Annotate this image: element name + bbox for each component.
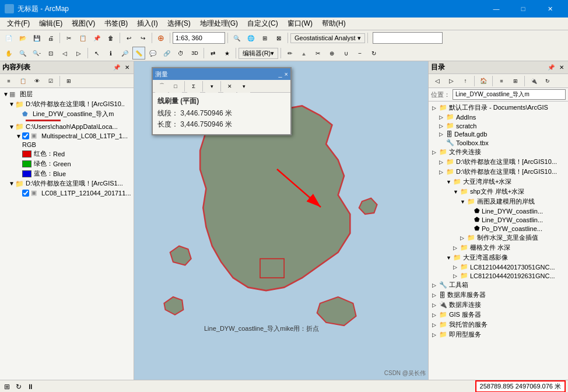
- catalog-tree-item[interactable]: ▷📁D:\软件都放在这里哦！[ArcGIS10...: [430, 167, 567, 177]
- menu-insert[interactable]: 插入(I): [132, 18, 162, 30]
- full-extent-button[interactable]: ⊡: [44, 47, 57, 60]
- layer1-toggle[interactable]: ▼: [8, 101, 15, 107]
- catalog-tree-item[interactable]: ▷📁我托管的服务: [430, 320, 567, 330]
- measure-minimize-button[interactable]: _: [278, 71, 282, 78]
- cat-list-button[interactable]: ≡: [495, 75, 508, 88]
- layer1-name-item[interactable]: Line_DYW_coastline_导入m: [1, 109, 132, 119]
- cat-forward-button[interactable]: ▷: [445, 75, 458, 88]
- print-button[interactable]: 🖨: [44, 32, 57, 44]
- cut-button[interactable]: ✂: [62, 32, 75, 44]
- tree-toggle[interactable]: ▷: [439, 114, 446, 120]
- tree-toggle[interactable]: ▼: [446, 255, 453, 261]
- list-by-selection-button[interactable]: ☑: [44, 75, 57, 88]
- zoom-button[interactable]: 🔍: [230, 32, 243, 44]
- swipe-button[interactable]: ⇄: [206, 47, 219, 60]
- catalog-tree-item[interactable]: ▷🔌数据库连接: [430, 300, 567, 310]
- cat-refresh-button[interactable]: ↻: [541, 75, 554, 88]
- catalog-tree-item[interactable]: ▷📁文件夹连接: [430, 147, 567, 157]
- tree-toggle[interactable]: ▼: [446, 179, 453, 185]
- rotate-tool[interactable]: ↻: [367, 47, 380, 60]
- select-features-button[interactable]: ↖: [90, 47, 103, 60]
- editor-dropdown[interactable]: 编辑器(R)▾: [239, 48, 278, 59]
- catalog-tree-item[interactable]: ▷📁LC8121044420173051GNC...: [430, 262, 567, 271]
- pin-button[interactable]: 📌: [111, 64, 122, 71]
- sketch-tool[interactable]: ✏: [283, 47, 296, 60]
- tree-toggle[interactable]: ▷: [453, 264, 460, 270]
- measure-close-button[interactable]: ×: [285, 71, 288, 78]
- cat-home-button[interactable]: 🏠: [477, 75, 490, 88]
- layer3-name-item[interactable]: LC08_L1TP_121044_201711...: [1, 188, 132, 198]
- catalog-tree-item[interactable]: ⬟Line_DYW_coastlin...: [430, 206, 567, 215]
- tree-toggle[interactable]: ▷: [432, 149, 439, 155]
- layer3-group[interactable]: ▼ D:\软件都放在这里哦！[ArcGIS1...: [1, 178, 132, 188]
- reshape-tool[interactable]: ⟁: [297, 47, 310, 60]
- map-tips-button[interactable]: 💬: [146, 47, 159, 60]
- tree-toggle[interactable]: ▷: [432, 105, 439, 111]
- merge-tool[interactable]: ⊕: [325, 47, 338, 60]
- tree-toggle[interactable]: ▷: [439, 169, 446, 175]
- layer2-check-toggle[interactable]: ▼: [15, 133, 22, 139]
- layer3-checkbox[interactable]: [22, 190, 29, 197]
- menu-view[interactable]: 视图(V): [67, 18, 100, 30]
- world-button[interactable]: 🌐: [244, 32, 257, 44]
- bookmarks-button[interactable]: ★: [220, 47, 233, 60]
- add-data-button[interactable]: ⊕: [155, 32, 167, 44]
- tree-toggle[interactable]: ▷: [432, 302, 439, 308]
- close-button[interactable]: ✕: [537, 0, 563, 18]
- measure-units-button[interactable]: ▾: [205, 80, 218, 93]
- new-button[interactable]: 📄: [2, 32, 15, 44]
- tree-toggle[interactable]: ▷: [460, 235, 467, 241]
- cut-poly-tool[interactable]: ✂: [311, 47, 324, 60]
- tree-toggle[interactable]: ▷: [439, 123, 446, 129]
- zoom-out-button[interactable]: 🔍-: [30, 47, 43, 60]
- tree-toggle[interactable]: ▷: [432, 292, 439, 298]
- list-by-source-button[interactable]: 📋: [16, 75, 29, 88]
- catalog-tree-item[interactable]: ▷📁GIS 服务器: [430, 310, 567, 320]
- status-refresh-icon[interactable]: ↻: [14, 382, 23, 391]
- catalog-tree-item[interactable]: ▼📁大亚湾岸线+水深: [430, 177, 567, 187]
- measure-close-x-button[interactable]: ✕: [223, 80, 236, 93]
- layer2-group[interactable]: ▼ C:\Users\chaoh\AppData\Loca...: [1, 122, 132, 131]
- undo-button[interactable]: ↩: [122, 32, 135, 44]
- tree-toggle[interactable]: ▼: [460, 199, 467, 205]
- tree-toggle[interactable]: ▷: [432, 282, 439, 288]
- catalog-tree-item[interactable]: 🔧Toolbox.tbx: [430, 138, 567, 147]
- list-by-drawing-button[interactable]: ≡: [2, 75, 15, 88]
- right-panel-controls[interactable]: 📌 ✕: [546, 64, 566, 71]
- tree-toggle[interactable]: ▷: [432, 332, 439, 338]
- catalog-tree-item[interactable]: ⬟Line_DYW_coastlin...: [430, 215, 567, 224]
- list-by-visibility-button[interactable]: 👁: [30, 75, 43, 88]
- minimize-button[interactable]: —: [483, 0, 510, 18]
- catalog-tree-item[interactable]: ▼📁画图及建模用的岸线: [430, 197, 567, 206]
- location-value[interactable]: Line_DYW_coastline_导入m: [453, 89, 566, 100]
- search-input[interactable]: [373, 32, 443, 44]
- save-button[interactable]: 💾: [30, 32, 43, 44]
- catalog-tree-item[interactable]: ▷🗄数据库服务器: [430, 290, 567, 300]
- status-grid-icon[interactable]: ⊞: [2, 382, 12, 391]
- layer2-toggle[interactable]: ▼: [8, 124, 15, 130]
- find-button[interactable]: 🔎: [118, 47, 131, 60]
- forward-button[interactable]: ▷: [72, 47, 85, 60]
- union-tool[interactable]: ∪: [339, 47, 352, 60]
- catalog-tree-item[interactable]: ▷📁AddIns: [430, 113, 567, 121]
- panel-controls[interactable]: 📌 ✕: [111, 64, 131, 71]
- maximize-button[interactable]: □: [510, 0, 537, 18]
- catalog-tree-item[interactable]: ▷🗄Default.gdb: [430, 130, 567, 138]
- catalog-tree-item[interactable]: ▷🔧工具箱: [430, 280, 567, 290]
- tree-toggle[interactable]: ▷: [439, 131, 446, 137]
- menu-customize[interactable]: 自定义(C): [243, 18, 283, 30]
- right-pin-button[interactable]: 📌: [546, 64, 556, 71]
- catalog-tree-item[interactable]: ▷📁D:\软件都放在这里哦！[ArcGIS10...: [430, 157, 567, 167]
- right-close-button[interactable]: ✕: [558, 64, 566, 71]
- hyperlink-button[interactable]: 🔗: [160, 47, 173, 60]
- pan-button[interactable]: ✋: [2, 47, 15, 60]
- measure-sum-button[interactable]: Σ: [187, 80, 200, 93]
- measure-line-button[interactable]: ⌒: [155, 80, 168, 93]
- catalog-tree-item[interactable]: ⬟Po_DYW_coastline...: [430, 224, 567, 233]
- catalog-tree-item[interactable]: ▼📁shp文件 岸线+水深: [430, 187, 567, 197]
- menu-help[interactable]: 帮助(H): [317, 18, 350, 30]
- 3d-button[interactable]: 3D: [188, 47, 201, 60]
- cat-connect-button[interactable]: 🔌: [527, 75, 540, 88]
- tree-toggle[interactable]: ▷: [453, 273, 460, 279]
- scale-input[interactable]: [173, 32, 225, 44]
